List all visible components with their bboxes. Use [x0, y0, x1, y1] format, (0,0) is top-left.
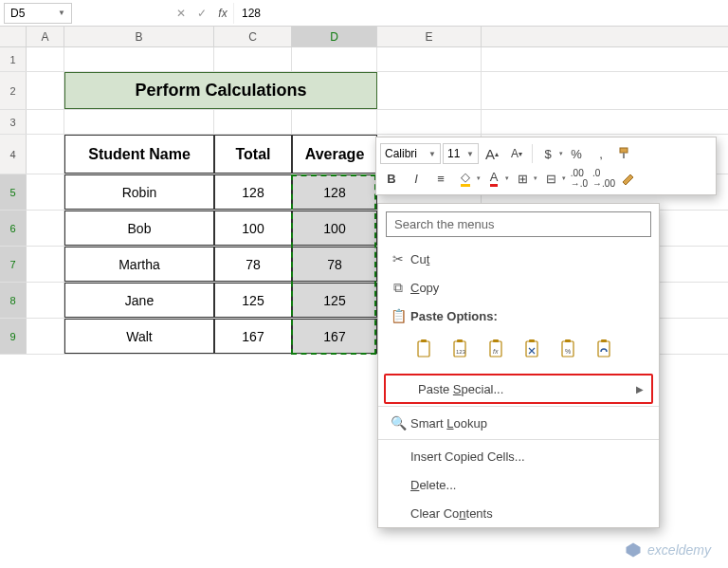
table-cell[interactable]: Robin: [64, 174, 214, 210]
scissors-icon: ✂: [386, 251, 410, 266]
svg-text:%: %: [565, 348, 571, 355]
table-cell[interactable]: 125: [292, 283, 377, 318]
row-header-6[interactable]: 6: [0, 211, 27, 246]
row-header-7[interactable]: 7: [0, 247, 27, 282]
table-cell[interactable]: 125: [214, 283, 292, 318]
col-header-C[interactable]: C: [214, 27, 292, 46]
formula-bar-input[interactable]: 128: [233, 3, 728, 24]
paste-formatting-button[interactable]: %: [555, 336, 583, 364]
svg-rect-16: [601, 339, 607, 342]
menu-item-delete[interactable]: Delete...: [378, 470, 659, 499]
row-header-9[interactable]: 9: [0, 319, 27, 354]
table-cell[interactable]: 167: [214, 319, 292, 354]
row-header-3[interactable]: 3: [0, 110, 27, 134]
formula-bar-text: 128: [242, 7, 261, 20]
svg-rect-2: [418, 341, 429, 357]
context-menu: Search the menus ✂ Cut ⧉ Copy 📋 Paste Op…: [377, 203, 660, 528]
increase-font-button[interactable]: A▴: [481, 143, 503, 164]
borders-button[interactable]: ⊞: [511, 168, 534, 189]
menu-item-paste-special[interactable]: Paste Special... ▶: [386, 376, 651, 402]
svg-rect-5: [457, 339, 463, 342]
menu-item-smart-lookup[interactable]: 🔍 Smart Lookup: [378, 409, 659, 437]
accounting-format-button[interactable]: $: [537, 143, 559, 164]
svg-rect-11: [529, 339, 535, 342]
bold-button[interactable]: B: [380, 168, 403, 189]
col-header-A[interactable]: A: [27, 27, 64, 46]
clipboard-icon: 📋: [386, 308, 410, 323]
row-header-5[interactable]: 5: [0, 174, 27, 210]
svg-rect-1: [623, 153, 625, 158]
th-total: Total: [214, 135, 292, 174]
comma-format-button[interactable]: ,: [590, 143, 612, 164]
copy-icon: ⧉: [386, 280, 410, 296]
merge-button[interactable]: ⊟: [539, 168, 562, 189]
table-cell[interactable]: 100: [292, 211, 377, 246]
table-cell[interactable]: 128: [292, 174, 377, 210]
mini-toolbar: Calibri▼ 11▼ A▴ A▾ $▾ % , B I ≡ ◇▾ A▾ ⊞▾…: [375, 137, 717, 195]
decrease-decimal-button[interactable]: .0→.00: [592, 168, 615, 189]
table-cell[interactable]: 100: [214, 211, 292, 246]
fill-color-button[interactable]: ◇: [454, 168, 477, 189]
table-cell[interactable]: 167: [292, 319, 377, 354]
svg-text:fx: fx: [493, 348, 499, 355]
cancel-formula-button[interactable]: ✕: [171, 3, 191, 24]
col-header-E[interactable]: E: [377, 27, 482, 46]
paste-all-button[interactable]: [410, 336, 439, 364]
menu-item-cut[interactable]: ✂ Cut: [378, 245, 659, 273]
svg-marker-17: [627, 543, 641, 558]
paste-transpose-button[interactable]: [519, 336, 547, 364]
svg-rect-0: [620, 148, 628, 153]
insert-function-button[interactable]: fx: [212, 3, 233, 24]
table-cell[interactable]: Walt: [64, 319, 214, 354]
paste-formulas-button[interactable]: fx: [482, 336, 511, 364]
row-header-2[interactable]: 2: [0, 72, 27, 109]
menu-item-insert-copied[interactable]: Insert Copied Cells...: [378, 442, 659, 470]
title-cell[interactable]: Perform Calculations: [64, 72, 377, 109]
column-headers: A B C D E: [0, 27, 728, 47]
row-header-1[interactable]: 1: [0, 47, 27, 71]
menu-item-clear-contents[interactable]: Clear Contents: [378, 499, 659, 527]
col-header-D[interactable]: D: [292, 27, 377, 46]
table-cell[interactable]: 128: [214, 174, 292, 210]
row-header-4[interactable]: 4: [0, 135, 27, 174]
logo-icon: [625, 541, 642, 559]
table-cell[interactable]: Martha: [64, 247, 214, 282]
font-size-select[interactable]: 11▼: [443, 143, 479, 164]
font-color-button[interactable]: A: [482, 168, 505, 189]
name-box[interactable]: D5 ▼: [4, 3, 72, 24]
table-cell[interactable]: 78: [292, 247, 377, 282]
table-cell[interactable]: Jane: [64, 283, 214, 318]
align-center-button[interactable]: ≡: [429, 168, 452, 189]
clear-format-button[interactable]: [617, 168, 640, 189]
name-box-text: D5: [10, 7, 25, 20]
watermark: exceldemy: [625, 541, 711, 559]
decrease-font-button[interactable]: A▾: [505, 143, 528, 164]
chevron-down-icon: ▼: [58, 9, 65, 17]
th-average: Average: [292, 135, 377, 174]
search-icon: 🔍: [386, 415, 410, 431]
paste-link-button[interactable]: [591, 336, 619, 364]
italic-button[interactable]: I: [405, 168, 428, 189]
th-student-name: Student Name: [64, 135, 214, 174]
svg-rect-3: [421, 339, 427, 342]
select-all-corner[interactable]: [0, 27, 27, 46]
paste-options-label: 📋 Paste Options:: [378, 302, 659, 330]
table-cell[interactable]: Bob: [64, 211, 214, 246]
accept-formula-button[interactable]: ✓: [191, 3, 212, 24]
row-header-8[interactable]: 8: [0, 283, 27, 318]
svg-rect-13: [565, 339, 571, 342]
menu-search-input[interactable]: Search the menus: [386, 211, 651, 237]
menu-item-copy[interactable]: ⧉ Copy: [378, 273, 659, 302]
format-painter-button[interactable]: [614, 143, 637, 164]
increase-decimal-button[interactable]: .00→.0: [568, 168, 591, 189]
col-header-B[interactable]: B: [64, 27, 214, 46]
paste-values-button[interactable]: 123: [446, 336, 475, 364]
svg-rect-10: [526, 341, 537, 357]
percent-format-button[interactable]: %: [565, 143, 588, 164]
chevron-right-icon: ▶: [636, 384, 644, 394]
font-select[interactable]: Calibri▼: [380, 143, 441, 164]
table-cell[interactable]: 78: [214, 247, 292, 282]
svg-text:123: 123: [456, 349, 466, 355]
svg-rect-8: [493, 339, 499, 342]
